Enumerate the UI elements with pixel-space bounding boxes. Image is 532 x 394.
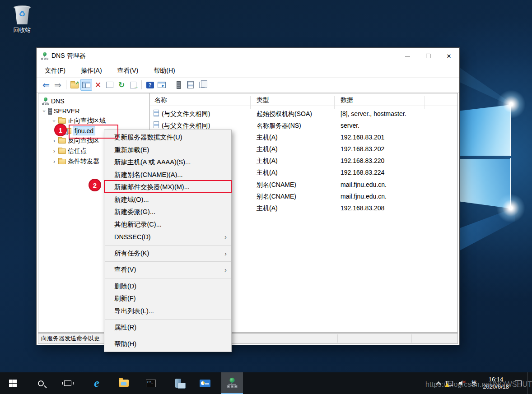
wallpaper-glow: [496, 194, 525, 222]
up-one-level-button[interactable]: ↗: [69, 79, 80, 91]
column-separator[interactable]: [425, 96, 425, 109]
task-view-button[interactable]: [57, 372, 79, 394]
maximize-button[interactable]: [418, 48, 439, 64]
menu-item-export-list[interactable]: 导出列表(L)...: [104, 305, 231, 318]
help-button[interactable]: ?: [144, 79, 156, 91]
minimize-icon: [405, 56, 410, 56]
copy-button[interactable]: [196, 79, 208, 91]
command-prompt-icon: C:\_: [146, 380, 156, 387]
folder-icon: [58, 148, 66, 154]
recycle-symbol-icon: ♻: [13, 10, 31, 18]
tree-label: 条件转发器: [68, 158, 99, 166]
menu-item-help[interactable]: 帮助(H): [104, 338, 231, 351]
menu-item-new-domain[interactable]: 新建域(O)...: [104, 194, 231, 206]
chevron-collapsed-icon[interactable]: ›: [52, 138, 56, 144]
chevron-expanded-icon[interactable]: ›: [41, 109, 47, 113]
desktop: ♻ 回收站 DNS 管理器 ✕ 文件(F) 操作(A) 查看(V) 帮助(H) …: [0, 0, 532, 394]
menu-separator: [105, 336, 231, 336]
refresh-button[interactable]: ↻: [116, 79, 127, 91]
record-row[interactable]: (与父文件夹相同) 起始授权机构(SOA) [8], server., host…: [150, 108, 457, 120]
minimize-button[interactable]: [397, 48, 418, 64]
back-button[interactable]: ⇐: [40, 79, 52, 91]
annotation-box-zone: [69, 125, 118, 139]
tree-label: SERVER: [54, 107, 79, 115]
management-console-button[interactable]: [194, 372, 216, 394]
tree-item-trust-points[interactable]: › 信任点: [52, 146, 87, 156]
new-window-button[interactable]: [156, 79, 168, 91]
submenu-arrow-icon: ›: [224, 250, 227, 257]
annotation-step-2: 2: [89, 179, 101, 191]
properties-button[interactable]: [104, 79, 116, 91]
recycle-bin[interactable]: ♻ 回收站: [8, 5, 36, 34]
internet-explorer-button[interactable]: e: [86, 372, 107, 394]
menu-view[interactable]: 查看(V): [116, 66, 140, 76]
annotation-step-1: 1: [54, 124, 67, 136]
dns-manager-icon: [41, 52, 48, 60]
menu-item-refresh[interactable]: 刷新(F): [104, 292, 231, 305]
folder-icon: [58, 118, 66, 124]
menu-item-new-alias-cname[interactable]: 新建别名(CNAME)(A)...: [104, 169, 231, 181]
tree-label: DNS: [51, 97, 65, 105]
menu-item-reload[interactable]: 重新加载(E): [104, 144, 231, 157]
toolbar-separator: [170, 80, 170, 89]
record-list-icon: [187, 81, 194, 88]
column-header-type[interactable]: 类型: [257, 96, 269, 104]
menu-help[interactable]: 帮助(H): [152, 66, 177, 76]
recycle-bin-label: 回收站: [8, 26, 36, 34]
annotation-box-mx-item: [104, 180, 232, 193]
menu-item-dnssec[interactable]: DNSSEC(D)›: [104, 231, 231, 243]
title-bar[interactable]: DNS 管理器 ✕: [37, 48, 459, 64]
menu-item-all-tasks[interactable]: 所有任务(K)›: [104, 247, 231, 260]
column-separator[interactable]: [250, 96, 251, 109]
list-header: 名称 类型 数据: [150, 93, 457, 106]
server-icon: [177, 81, 181, 89]
export-list-icon: [130, 82, 136, 88]
command-prompt-button[interactable]: C:\_: [140, 372, 162, 394]
column-separator[interactable]: [334, 96, 335, 109]
status-separator: [337, 334, 338, 343]
server-icon: [48, 108, 52, 115]
record-list-button[interactable]: [184, 79, 196, 91]
start-button[interactable]: [2, 372, 23, 394]
menu-item-delete[interactable]: 删除(D): [104, 280, 231, 293]
delete-icon: ✕: [95, 81, 101, 89]
window-title: DNS 管理器: [51, 52, 397, 60]
new-window-icon: [158, 82, 166, 88]
toolbar-separator: [66, 80, 66, 89]
column-header-name[interactable]: 名称: [154, 96, 167, 104]
export-list-button[interactable]: [127, 79, 139, 91]
chevron-expanded-icon[interactable]: ›: [51, 119, 57, 123]
start-icon: [9, 380, 17, 387]
search-button[interactable]: [30, 372, 51, 394]
delete-button[interactable]: ✕: [92, 79, 104, 91]
menu-bar: 文件(F) 操作(A) 查看(V) 帮助(H): [37, 64, 459, 78]
record-icon: [154, 110, 159, 116]
menu-item-new-delegation[interactable]: 新建委派(G)...: [104, 206, 231, 218]
status-text: 向服务器发送命令以更: [41, 334, 100, 343]
menu-item-other-new-records[interactable]: 其他新记录(C)...: [104, 218, 231, 231]
tree-label: 正向查找区域: [68, 117, 106, 125]
menu-action[interactable]: 操作(A): [79, 66, 104, 76]
tree-item-conditional-forwarders[interactable]: › 条件转发器: [52, 157, 99, 167]
menu-file[interactable]: 文件(F): [43, 66, 67, 76]
close-button[interactable]: ✕: [439, 48, 459, 64]
menu-item-new-host[interactable]: 新建主机(A 或 AAAA)(S)...: [104, 156, 231, 169]
menu-separator: [105, 261, 231, 262]
file-explorer-button[interactable]: [113, 372, 135, 394]
tree-item-dns-root[interactable]: DNS: [40, 96, 65, 106]
chevron-collapsed-icon[interactable]: ›: [52, 158, 56, 165]
server-status-button[interactable]: [173, 79, 184, 91]
forward-button[interactable]: ⇒: [52, 79, 64, 91]
column-header-data[interactable]: 数据: [341, 96, 353, 104]
dns-manager-taskbar-button[interactable]: [221, 372, 243, 394]
menu-separator: [105, 245, 231, 246]
tree-item-server[interactable]: › SERVER: [42, 106, 79, 116]
menu-item-view[interactable]: 查看(V)›: [104, 264, 231, 276]
menu-separator: [105, 319, 231, 320]
server-manager-button[interactable]: [167, 372, 189, 394]
chevron-collapsed-icon[interactable]: ›: [52, 148, 56, 154]
show-console-tree-button[interactable]: [80, 79, 92, 91]
menu-item-properties[interactable]: 属性(R): [104, 321, 231, 334]
submenu-arrow-icon: ›: [224, 233, 227, 241]
menu-item-update-server-data-files[interactable]: 更新服务器数据文件(U): [104, 131, 231, 144]
